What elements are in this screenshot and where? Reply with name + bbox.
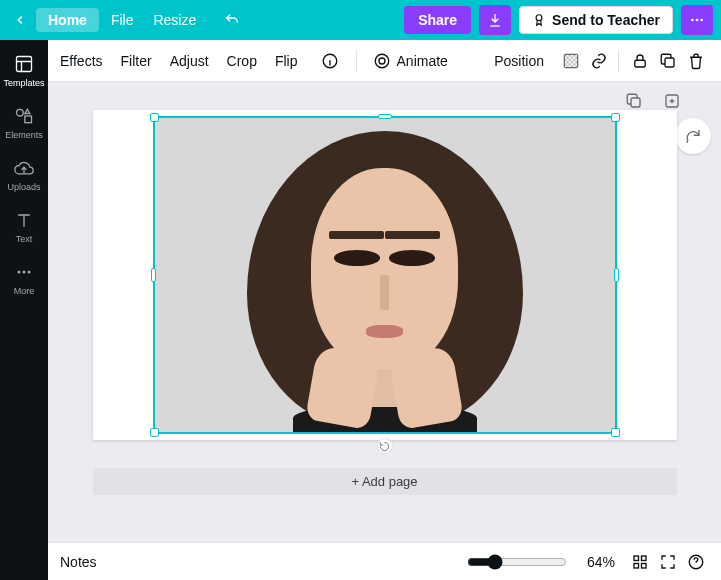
crop-button[interactable]: Crop <box>227 53 257 69</box>
trash-icon[interactable] <box>683 48 709 74</box>
resize-handle-br[interactable] <box>611 428 620 437</box>
more-icon <box>14 262 34 282</box>
svg-rect-16 <box>564 54 578 68</box>
separator <box>356 50 357 72</box>
send-label: Send to Teacher <box>552 12 660 28</box>
sidebar-item-label: Uploads <box>7 182 40 192</box>
animate-button[interactable]: Animate <box>373 52 448 70</box>
svg-rect-4 <box>17 57 32 72</box>
badge-icon <box>532 13 546 27</box>
svg-point-12 <box>379 58 385 64</box>
sidebar-item-text[interactable]: Text <box>0 202 48 254</box>
left-sidebar: Templates Elements Uploads Text More <box>0 40 48 580</box>
lock-icon[interactable] <box>627 48 653 74</box>
back-icon[interactable] <box>8 8 32 32</box>
top-bar: Home File Resize Share Send to Teacher <box>0 0 721 40</box>
svg-rect-6 <box>25 116 32 123</box>
resize-handle-tr[interactable] <box>611 113 620 122</box>
svg-point-2 <box>696 19 699 22</box>
zoom-value: 64% <box>587 554 615 570</box>
text-icon <box>14 210 34 230</box>
svg-point-7 <box>18 271 21 274</box>
animate-label: Animate <box>397 53 448 69</box>
canvas-area[interactable]: + Add page <box>48 82 721 542</box>
svg-point-0 <box>536 15 542 21</box>
svg-point-1 <box>691 19 694 22</box>
sidebar-item-uploads[interactable]: Uploads <box>0 150 48 202</box>
download-button[interactable] <box>479 5 511 35</box>
sidebar-item-more[interactable]: More <box>0 254 48 306</box>
effects-button[interactable]: Effects <box>60 53 103 69</box>
resize-handle-top[interactable] <box>378 114 392 119</box>
svg-rect-19 <box>631 98 640 107</box>
more-menu-button[interactable] <box>681 5 713 35</box>
animate-icon <box>373 52 391 70</box>
sidebar-item-label: More <box>14 286 35 296</box>
svg-rect-17 <box>635 60 646 67</box>
transparency-icon[interactable] <box>558 48 584 74</box>
svg-point-3 <box>700 19 703 22</box>
sidebar-item-label: Text <box>16 234 33 244</box>
sidebar-item-templates[interactable]: Templates <box>0 46 48 98</box>
elements-icon <box>14 106 34 126</box>
link-icon[interactable] <box>586 48 612 74</box>
flip-button[interactable]: Flip <box>275 53 298 69</box>
rotate-handle[interactable] <box>377 438 393 454</box>
svg-rect-23 <box>634 563 639 568</box>
separator <box>618 50 619 72</box>
resize-handle-tl[interactable] <box>150 113 159 122</box>
share-button[interactable]: Share <box>404 6 471 34</box>
grid-view-icon[interactable] <box>627 549 653 575</box>
svg-point-8 <box>23 271 26 274</box>
send-to-teacher-button[interactable]: Send to Teacher <box>519 6 673 34</box>
resize-handle-left[interactable] <box>151 268 156 282</box>
position-button[interactable]: Position <box>494 53 544 69</box>
resize-handle-right[interactable] <box>614 268 619 282</box>
sidebar-item-label: Elements <box>5 130 43 140</box>
refresh-icon[interactable] <box>675 118 711 154</box>
svg-point-11 <box>375 54 389 68</box>
page-canvas[interactable] <box>93 110 677 440</box>
add-page-button[interactable]: + Add page <box>93 468 677 495</box>
uploads-icon <box>14 158 34 178</box>
svg-rect-24 <box>642 563 647 568</box>
adjust-button[interactable]: Adjust <box>170 53 209 69</box>
sidebar-item-elements[interactable]: Elements <box>0 98 48 150</box>
zoom-slider[interactable] <box>467 554 567 570</box>
templates-icon <box>14 54 34 74</box>
resize-handle-bl[interactable] <box>150 428 159 437</box>
info-icon[interactable] <box>316 47 344 75</box>
bottom-bar: Notes 64% <box>48 542 721 580</box>
svg-rect-18 <box>665 58 674 67</box>
svg-rect-21 <box>634 556 639 561</box>
context-toolbar: Effects Filter Adjust Crop Flip Animate … <box>48 40 721 82</box>
duplicate-icon[interactable] <box>655 48 681 74</box>
help-icon[interactable] <box>683 549 709 575</box>
home-button[interactable]: Home <box>36 8 99 32</box>
file-menu[interactable]: File <box>111 12 134 28</box>
notes-button[interactable]: Notes <box>60 554 97 570</box>
svg-rect-22 <box>642 556 647 561</box>
sidebar-item-label: Templates <box>3 78 44 88</box>
resize-menu[interactable]: Resize <box>153 12 196 28</box>
svg-point-5 <box>17 109 24 116</box>
fullscreen-icon[interactable] <box>655 549 681 575</box>
filter-button[interactable]: Filter <box>121 53 152 69</box>
svg-point-9 <box>28 271 31 274</box>
undo-icon[interactable] <box>220 8 244 32</box>
selected-image[interactable] <box>153 116 617 434</box>
portrait-image <box>155 118 615 432</box>
